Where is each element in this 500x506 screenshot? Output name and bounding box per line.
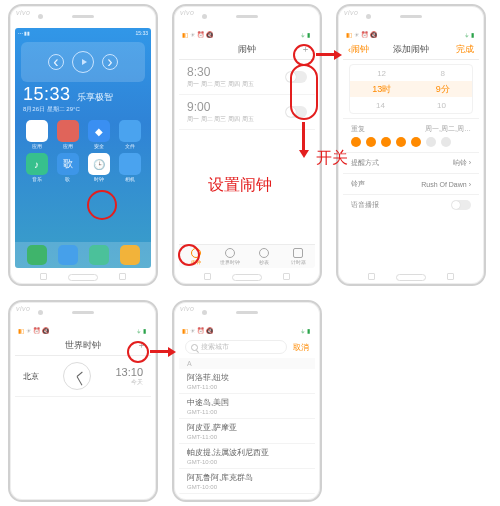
ringtone-row[interactable]: 铃声 Rush Of Dawn › xyxy=(343,173,479,194)
front-camera xyxy=(38,14,43,19)
nav-back-button[interactable] xyxy=(283,273,290,280)
remind-label: 提醒方式 xyxy=(351,158,379,168)
tab-worldclock[interactable]: 世界时钟 xyxy=(213,245,247,268)
search-icon xyxy=(191,344,198,351)
phone-alarm: vivo ▮▯☀⏰🔇 ⏚▮ 闹钟 ＋ 8:30 周一 周二 周三 周四 周五 9… xyxy=(172,4,322,286)
remind-row[interactable]: 提醒方式 响铃 › xyxy=(343,152,479,173)
tab-stopwatch[interactable]: 秒表 xyxy=(247,245,281,268)
search-placeholder: 搜索城市 xyxy=(201,342,229,352)
brand-label: vivo xyxy=(16,9,30,16)
add-city-button[interactable]: ＋ xyxy=(137,336,146,355)
earpiece xyxy=(72,311,94,314)
city-row[interactable]: 阿洛菲,纽埃GMT-11:00 xyxy=(179,369,315,394)
nav-back-button[interactable] xyxy=(447,273,454,280)
timer-icon xyxy=(293,248,303,258)
nav-back-button[interactable] xyxy=(119,273,126,280)
home-time: 15:33 xyxy=(23,84,71,105)
phone-homescreen: vivo ⋯ ▮▮ 15:33 ‹ › 15:33 乐享极智 8月26日 星期二… xyxy=(8,4,158,286)
repeat-section[interactable]: 重复 周一,周二,周… xyxy=(343,118,479,152)
alarm-row[interactable]: 8:30 周一 周二 周三 周四 周五 xyxy=(179,60,315,95)
clock-widget: 15:33 乐享极智 xyxy=(23,84,143,105)
app-icon[interactable]: 应用 xyxy=(54,120,81,149)
alarm-row[interactable]: 9:00 周一 周二 周三 周四 周五 xyxy=(179,95,315,130)
city-search-input[interactable]: 搜索城市 xyxy=(185,340,287,354)
city-row[interactable]: 帕皮提,法属波利尼西亚GMT-10:00 xyxy=(179,444,315,469)
app-clock[interactable]: 🕒时钟 xyxy=(85,153,112,182)
app-icon[interactable]: 歌歌 xyxy=(54,153,81,182)
cancel-button[interactable]: 取消 xyxy=(293,342,309,353)
alarm-toggle[interactable] xyxy=(285,106,307,118)
prev-icon[interactable]: ‹ xyxy=(48,54,64,70)
city-row[interactable]: 阿皮亚,萨摩亚GMT-11:00 xyxy=(179,419,315,444)
city-row[interactable]: 檀香山,美国GMT-10:00 xyxy=(179,494,315,495)
phone-add-alarm: vivo ▮▯☀⏰🔇 ⏚▮ ‹ 闹钟 添加闹钟 完成 128 13时9分 141… xyxy=(336,4,486,286)
picker-hour: 13时 xyxy=(372,83,391,96)
tab-alarm[interactable]: 闹钟 xyxy=(179,245,213,268)
dock-browser[interactable] xyxy=(120,245,140,265)
status-time: 15:33 xyxy=(135,30,148,36)
voice-toggle[interactable] xyxy=(451,200,471,210)
status-bar: ▮▯☀⏰🔇 ⏚▮ xyxy=(179,324,315,336)
alarm-toggle[interactable] xyxy=(285,71,307,83)
nav-menu-button[interactable] xyxy=(368,273,375,280)
next-icon[interactable]: › xyxy=(102,54,118,70)
status-right: ⏚▮ xyxy=(301,327,312,334)
earpiece xyxy=(72,15,94,18)
dock-phone[interactable] xyxy=(27,245,47,265)
music-note-icon: ♪ xyxy=(34,159,39,170)
status-right: ⏚▮ xyxy=(465,31,476,38)
status-icons: ▮▯☀⏰🔇 xyxy=(182,31,215,38)
app-icon[interactable]: ♪音乐 xyxy=(23,153,50,182)
brand-label: vivo xyxy=(344,9,358,16)
tab-bar: 闹钟 世界时钟 秒表 计时器 xyxy=(179,244,315,268)
home-slogan: 乐享极智 xyxy=(77,91,113,104)
music-widget[interactable]: ‹ › xyxy=(21,42,145,82)
screen-add-alarm: ▮▯☀⏰🔇 ⏚▮ ‹ 闹钟 添加闹钟 完成 128 13时9分 1410 重复 … xyxy=(343,28,479,268)
globe-icon xyxy=(225,248,235,258)
clock-icon: 🕒 xyxy=(93,159,105,170)
app-icon[interactable]: 文件 xyxy=(116,120,143,149)
world-city-row[interactable]: 北京 13:10 今天 xyxy=(15,356,151,397)
voice-row: 语音播报 xyxy=(343,194,479,215)
home-button[interactable] xyxy=(68,274,98,281)
home-button[interactable] xyxy=(396,274,426,281)
status-bar: ▮▯☀⏰🔇 ⏚▮ xyxy=(15,324,151,336)
status-right: ⏚▮ xyxy=(301,31,312,38)
nav-menu-button[interactable] xyxy=(204,273,211,280)
city-name: 北京 xyxy=(23,371,39,382)
city-row[interactable]: 中途岛,美国GMT-11:00 xyxy=(179,394,315,419)
city-row[interactable]: 阿瓦鲁阿,库克群岛GMT-10:00 xyxy=(179,469,315,494)
city-time: 13:10 xyxy=(115,366,143,378)
brand-label: vivo xyxy=(180,305,194,312)
app-icon[interactable]: 相机 xyxy=(116,153,143,182)
screen-home: ⋯ ▮▮ 15:33 ‹ › 15:33 乐享极智 8月26日 星期二 29°C… xyxy=(15,28,151,268)
stopwatch-icon xyxy=(259,248,269,258)
play-icon[interactable] xyxy=(72,51,94,73)
alarm-repeat: 周一 周二 周三 周四 周五 xyxy=(187,115,254,124)
home-wallpaper: ⋯ ▮▮ 15:33 ‹ › 15:33 乐享极智 8月26日 星期二 29°C… xyxy=(15,28,151,268)
front-camera xyxy=(366,14,371,19)
section-header: A xyxy=(179,358,315,369)
dock-messages[interactable] xyxy=(89,245,109,265)
app-icon[interactable]: 应用 xyxy=(23,120,50,149)
tab-timer[interactable]: 计时器 xyxy=(281,245,315,268)
alarm-title: 闹钟 xyxy=(238,43,256,56)
add-alarm-button[interactable]: ＋ xyxy=(301,40,310,59)
back-button[interactable]: ‹ 闹钟 xyxy=(348,40,369,59)
dock xyxy=(15,242,151,268)
nav-menu-button[interactable] xyxy=(40,273,47,280)
weekday-dots[interactable] xyxy=(351,137,471,147)
repeat-value: 周一,周二,周… xyxy=(425,124,471,134)
dock-contacts[interactable] xyxy=(58,245,78,265)
done-button[interactable]: 完成 xyxy=(456,40,474,59)
status-icons: ⋯ ▮▮ xyxy=(18,30,30,36)
time-picker[interactable]: 128 13时9分 1410 xyxy=(349,64,473,114)
shield-icon: ◆ xyxy=(95,126,103,137)
screen-alarm: ▮▯☀⏰🔇 ⏚▮ 闹钟 ＋ 8:30 周一 周二 周三 周四 周五 9:00 周… xyxy=(179,28,315,268)
home-date: 8月26日 星期二 29°C xyxy=(23,105,143,114)
app-icon[interactable]: ◆安全 xyxy=(85,120,112,149)
picker-minute: 9分 xyxy=(436,83,450,96)
home-button[interactable] xyxy=(232,274,262,281)
earpiece xyxy=(236,311,258,314)
ring-label: 铃声 xyxy=(351,179,365,189)
